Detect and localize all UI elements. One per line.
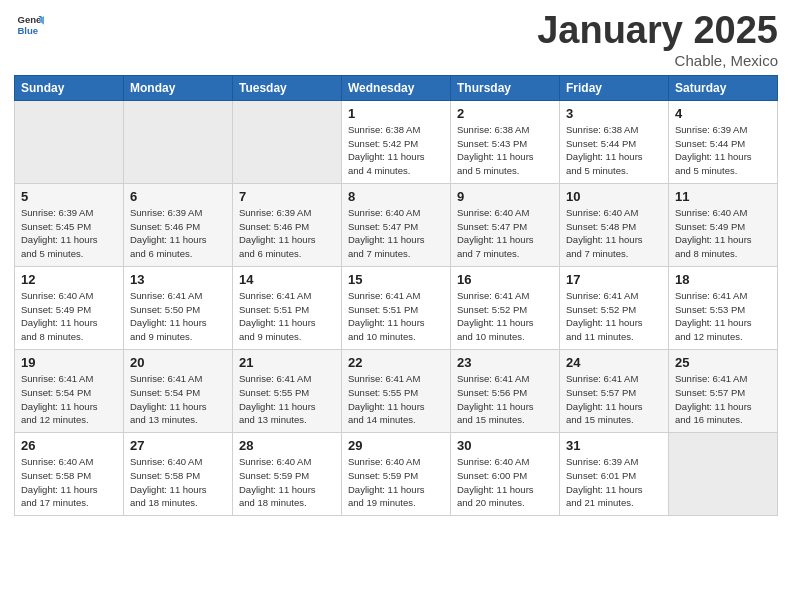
day-info: Sunrise: 6:41 AM Sunset: 5:57 PM Dayligh…: [566, 372, 662, 427]
col-header-sunday: Sunday: [15, 75, 124, 100]
day-number: 9: [457, 189, 553, 204]
day-info: Sunrise: 6:41 AM Sunset: 5:50 PM Dayligh…: [130, 289, 226, 344]
calendar-cell: 29Sunrise: 6:40 AM Sunset: 5:59 PM Dayli…: [342, 433, 451, 516]
calendar-cell: 15Sunrise: 6:41 AM Sunset: 5:51 PM Dayli…: [342, 266, 451, 349]
col-header-tuesday: Tuesday: [233, 75, 342, 100]
day-info: Sunrise: 6:41 AM Sunset: 5:51 PM Dayligh…: [239, 289, 335, 344]
location: Chable, Mexico: [537, 52, 778, 69]
calendar-cell: 8Sunrise: 6:40 AM Sunset: 5:47 PM Daylig…: [342, 183, 451, 266]
day-number: 5: [21, 189, 117, 204]
day-info: Sunrise: 6:41 AM Sunset: 5:54 PM Dayligh…: [21, 372, 117, 427]
day-info: Sunrise: 6:39 AM Sunset: 5:44 PM Dayligh…: [675, 123, 771, 178]
calendar-cell: 21Sunrise: 6:41 AM Sunset: 5:55 PM Dayli…: [233, 349, 342, 432]
day-number: 22: [348, 355, 444, 370]
day-number: 17: [566, 272, 662, 287]
calendar-cell: 22Sunrise: 6:41 AM Sunset: 5:55 PM Dayli…: [342, 349, 451, 432]
day-info: Sunrise: 6:41 AM Sunset: 5:52 PM Dayligh…: [457, 289, 553, 344]
calendar-cell: 14Sunrise: 6:41 AM Sunset: 5:51 PM Dayli…: [233, 266, 342, 349]
calendar-table: SundayMondayTuesdayWednesdayThursdayFrid…: [14, 75, 778, 516]
week-row-2: 5Sunrise: 6:39 AM Sunset: 5:45 PM Daylig…: [15, 183, 778, 266]
title-block: January 2025 Chable, Mexico: [537, 10, 778, 69]
calendar-cell: 20Sunrise: 6:41 AM Sunset: 5:54 PM Dayli…: [124, 349, 233, 432]
day-number: 7: [239, 189, 335, 204]
day-number: 11: [675, 189, 771, 204]
day-number: 12: [21, 272, 117, 287]
calendar-cell: 31Sunrise: 6:39 AM Sunset: 6:01 PM Dayli…: [560, 433, 669, 516]
calendar-cell: 24Sunrise: 6:41 AM Sunset: 5:57 PM Dayli…: [560, 349, 669, 432]
day-info: Sunrise: 6:40 AM Sunset: 5:48 PM Dayligh…: [566, 206, 662, 261]
calendar-cell: 9Sunrise: 6:40 AM Sunset: 5:47 PM Daylig…: [451, 183, 560, 266]
day-number: 18: [675, 272, 771, 287]
day-number: 27: [130, 438, 226, 453]
day-number: 25: [675, 355, 771, 370]
day-number: 10: [566, 189, 662, 204]
calendar-header-row: SundayMondayTuesdayWednesdayThursdayFrid…: [15, 75, 778, 100]
day-info: Sunrise: 6:40 AM Sunset: 5:59 PM Dayligh…: [239, 455, 335, 510]
col-header-friday: Friday: [560, 75, 669, 100]
col-header-monday: Monday: [124, 75, 233, 100]
day-info: Sunrise: 6:38 AM Sunset: 5:43 PM Dayligh…: [457, 123, 553, 178]
day-number: 13: [130, 272, 226, 287]
day-number: 28: [239, 438, 335, 453]
svg-text:Blue: Blue: [17, 25, 38, 36]
day-number: 6: [130, 189, 226, 204]
day-info: Sunrise: 6:40 AM Sunset: 5:47 PM Dayligh…: [457, 206, 553, 261]
logo: General Blue: [14, 10, 44, 42]
day-number: 3: [566, 106, 662, 121]
day-number: 26: [21, 438, 117, 453]
calendar-cell: 11Sunrise: 6:40 AM Sunset: 5:49 PM Dayli…: [669, 183, 778, 266]
day-number: 30: [457, 438, 553, 453]
day-info: Sunrise: 6:41 AM Sunset: 5:52 PM Dayligh…: [566, 289, 662, 344]
week-row-4: 19Sunrise: 6:41 AM Sunset: 5:54 PM Dayli…: [15, 349, 778, 432]
calendar-cell: 10Sunrise: 6:40 AM Sunset: 5:48 PM Dayli…: [560, 183, 669, 266]
calendar-cell: 5Sunrise: 6:39 AM Sunset: 5:45 PM Daylig…: [15, 183, 124, 266]
day-number: 24: [566, 355, 662, 370]
day-info: Sunrise: 6:38 AM Sunset: 5:44 PM Dayligh…: [566, 123, 662, 178]
page: General Blue January 2025 Chable, Mexico…: [0, 0, 792, 612]
calendar-cell: 6Sunrise: 6:39 AM Sunset: 5:46 PM Daylig…: [124, 183, 233, 266]
week-row-3: 12Sunrise: 6:40 AM Sunset: 5:49 PM Dayli…: [15, 266, 778, 349]
calendar-cell: [124, 100, 233, 183]
day-info: Sunrise: 6:40 AM Sunset: 5:49 PM Dayligh…: [675, 206, 771, 261]
day-number: 19: [21, 355, 117, 370]
day-info: Sunrise: 6:41 AM Sunset: 5:56 PM Dayligh…: [457, 372, 553, 427]
calendar-cell: 25Sunrise: 6:41 AM Sunset: 5:57 PM Dayli…: [669, 349, 778, 432]
calendar-cell: 28Sunrise: 6:40 AM Sunset: 5:59 PM Dayli…: [233, 433, 342, 516]
day-number: 20: [130, 355, 226, 370]
day-info: Sunrise: 6:41 AM Sunset: 5:57 PM Dayligh…: [675, 372, 771, 427]
day-info: Sunrise: 6:40 AM Sunset: 5:49 PM Dayligh…: [21, 289, 117, 344]
col-header-thursday: Thursday: [451, 75, 560, 100]
calendar-cell: 30Sunrise: 6:40 AM Sunset: 6:00 PM Dayli…: [451, 433, 560, 516]
calendar-cell: [233, 100, 342, 183]
col-header-saturday: Saturday: [669, 75, 778, 100]
day-info: Sunrise: 6:40 AM Sunset: 5:47 PM Dayligh…: [348, 206, 444, 261]
day-info: Sunrise: 6:40 AM Sunset: 5:58 PM Dayligh…: [21, 455, 117, 510]
day-number: 14: [239, 272, 335, 287]
day-number: 16: [457, 272, 553, 287]
week-row-5: 26Sunrise: 6:40 AM Sunset: 5:58 PM Dayli…: [15, 433, 778, 516]
calendar-cell: 1Sunrise: 6:38 AM Sunset: 5:42 PM Daylig…: [342, 100, 451, 183]
calendar-cell: [669, 433, 778, 516]
day-number: 1: [348, 106, 444, 121]
day-info: Sunrise: 6:39 AM Sunset: 5:46 PM Dayligh…: [239, 206, 335, 261]
calendar-cell: 3Sunrise: 6:38 AM Sunset: 5:44 PM Daylig…: [560, 100, 669, 183]
calendar-cell: 17Sunrise: 6:41 AM Sunset: 5:52 PM Dayli…: [560, 266, 669, 349]
day-info: Sunrise: 6:39 AM Sunset: 6:01 PM Dayligh…: [566, 455, 662, 510]
day-info: Sunrise: 6:41 AM Sunset: 5:55 PM Dayligh…: [348, 372, 444, 427]
day-info: Sunrise: 6:40 AM Sunset: 5:58 PM Dayligh…: [130, 455, 226, 510]
calendar-cell: [15, 100, 124, 183]
day-info: Sunrise: 6:40 AM Sunset: 6:00 PM Dayligh…: [457, 455, 553, 510]
calendar-cell: 27Sunrise: 6:40 AM Sunset: 5:58 PM Dayli…: [124, 433, 233, 516]
day-info: Sunrise: 6:40 AM Sunset: 5:59 PM Dayligh…: [348, 455, 444, 510]
calendar-cell: 2Sunrise: 6:38 AM Sunset: 5:43 PM Daylig…: [451, 100, 560, 183]
calendar-cell: 18Sunrise: 6:41 AM Sunset: 5:53 PM Dayli…: [669, 266, 778, 349]
calendar-cell: 12Sunrise: 6:40 AM Sunset: 5:49 PM Dayli…: [15, 266, 124, 349]
day-number: 21: [239, 355, 335, 370]
day-number: 23: [457, 355, 553, 370]
week-row-1: 1Sunrise: 6:38 AM Sunset: 5:42 PM Daylig…: [15, 100, 778, 183]
calendar-cell: 16Sunrise: 6:41 AM Sunset: 5:52 PM Dayli…: [451, 266, 560, 349]
day-info: Sunrise: 6:41 AM Sunset: 5:53 PM Dayligh…: [675, 289, 771, 344]
month-title: January 2025: [537, 10, 778, 52]
day-info: Sunrise: 6:41 AM Sunset: 5:54 PM Dayligh…: [130, 372, 226, 427]
day-number: 2: [457, 106, 553, 121]
